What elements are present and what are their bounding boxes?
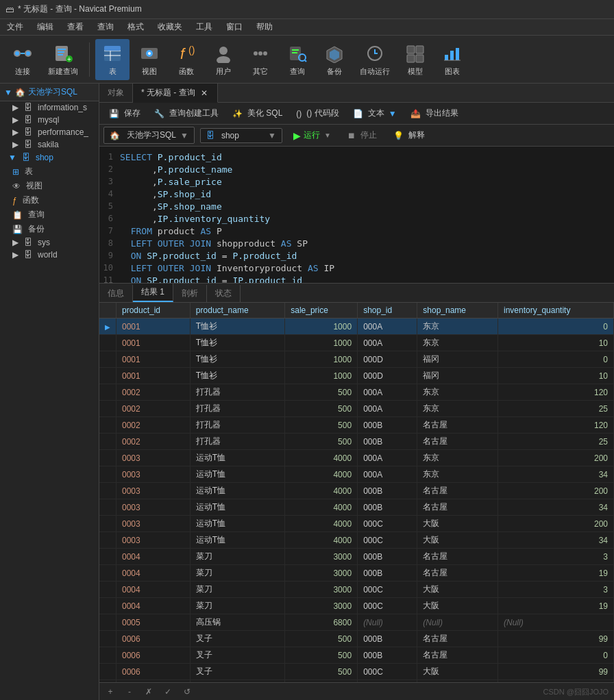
num-value: 200 xyxy=(594,519,608,529)
bottom-btn-0[interactable]: + xyxy=(103,685,117,699)
table-row[interactable]: 0003运动T恤4000000C大阪200 xyxy=(99,516,614,532)
sidebar-db-shop[interactable]: ▼🗄shop xyxy=(0,151,99,164)
run-button[interactable]: ▶运行▼ xyxy=(288,127,336,143)
cell-sale_price: 1000 xyxy=(285,318,358,335)
table-row[interactable]: 0006叉子500000C大阪99 xyxy=(99,664,614,680)
line-content-3: ,P.sale_price xyxy=(120,177,614,189)
toolbar-btn-模型[interactable]: 模型 xyxy=(398,39,432,80)
table-row[interactable]: 0006叉子500000B名古屋0 xyxy=(99,647,614,664)
sidebar-item-视图[interactable]: 👁视图 xyxy=(0,179,99,193)
toolbar-btn-用户[interactable]: 用户 xyxy=(206,39,241,80)
export-button[interactable]: 📤导出结果 xyxy=(405,105,464,121)
table-row[interactable]: 0002打孔器500000A东京120 xyxy=(99,384,614,401)
bottom-btn-4[interactable]: ↺ xyxy=(180,685,194,699)
menu-item-查看[interactable]: 查看 xyxy=(60,19,90,35)
menu-item-编辑[interactable]: 编辑 xyxy=(30,19,60,35)
toolbar-btn-新建查询[interactable]: +新建查询 xyxy=(42,39,84,80)
toolbar-btn-表[interactable]: 表 xyxy=(95,39,130,80)
table-row[interactable]: 0004菜刀3000000B名古屋19 xyxy=(99,565,614,582)
results-tab-剖析[interactable]: 剖析 xyxy=(173,285,207,302)
toolbar-icon-自动运行 xyxy=(364,42,386,64)
table-row[interactable]: 0001T恤衫1000000A东京10 xyxy=(99,335,614,351)
db-selector-1[interactable]: 🏠天池学习SQL▼ xyxy=(103,127,195,144)
toolbar-btn-图表[interactable]: 图表 xyxy=(435,39,469,80)
code-button[interactable]: ()() 代码段 xyxy=(291,105,344,121)
sidebar-db-sys[interactable]: ▶🗄sys xyxy=(0,236,99,249)
line-number-9: 9 xyxy=(99,251,120,263)
table-row[interactable]: 0003运动T恤4000000A东京34 xyxy=(99,466,614,483)
table-row[interactable]: 0005高压锅6800(Null)(Null)(Null) xyxy=(99,614,614,631)
cell-product_name: 打孔器 xyxy=(190,401,284,417)
toolbar-btn-视图[interactable]: 视图 xyxy=(132,39,167,80)
num-value: 10 xyxy=(599,338,608,348)
table-row[interactable]: 0004菜刀3000000C大阪3 xyxy=(99,582,614,598)
menu-item-格式[interactable]: 格式 xyxy=(121,19,151,35)
create-tool-button[interactable]: 🔧查询创建工具 xyxy=(149,105,224,121)
sidebar-item-函数[interactable]: ƒ函数 xyxy=(0,193,99,208)
sidebar-item-查询[interactable]: 📋查询 xyxy=(0,208,99,222)
cell-product_name: 菜刀 xyxy=(190,582,284,598)
toolbar-icon-函数: f() xyxy=(175,42,197,64)
table-row[interactable]: 0003运动T恤4000000C大阪34 xyxy=(99,532,614,549)
menu-item-工具[interactable]: 工具 xyxy=(189,19,219,35)
num-value: 34 xyxy=(599,470,608,479)
toolbar-btn-查询[interactable]: 查询 xyxy=(280,39,315,80)
bottom-btn-1[interactable]: - xyxy=(123,685,136,699)
db-selector-2[interactable]: 🗄shop▼ xyxy=(200,128,282,143)
stop-button[interactable]: ⏹停止 xyxy=(342,127,382,143)
table-row[interactable]: 0003运动T恤4000000B名古屋200 xyxy=(99,483,614,499)
results-tab-结果-1[interactable]: 结果 1 xyxy=(133,284,173,302)
sidebar-root[interactable]: ▼🏠天池学习SQL xyxy=(0,84,99,101)
explain-button[interactable]: 💡解释 xyxy=(388,127,430,143)
beautify-button[interactable]: ✨美化 SQL xyxy=(227,105,288,121)
toolbar-label-图表: 图表 xyxy=(445,66,460,77)
table-row[interactable]: 0006叉子500000B名古屋99 xyxy=(99,631,614,647)
menu-item-帮助[interactable]: 帮助 xyxy=(249,19,280,35)
menu-item-查询[interactable]: 查询 xyxy=(90,19,121,35)
sidebar-db-information_s[interactable]: ▶🗄information_s xyxy=(0,101,99,114)
toolbar-btn-自动运行[interactable]: 自动运行 xyxy=(354,39,395,80)
sidebar-db-performance_[interactable]: ▶🗄performance_ xyxy=(0,126,99,138)
sidebar-db-sakila[interactable]: ▶🗄sakila xyxy=(0,138,99,151)
tab-objects[interactable]: 对象 xyxy=(99,84,133,102)
data-table-wrap[interactable]: product_idproduct_namesale_priceshop_ids… xyxy=(99,303,614,682)
bottom-btn-3[interactable]: ✓ xyxy=(161,685,175,699)
text-button[interactable]: 📄文本▼ xyxy=(347,105,402,121)
num-value: 3000 xyxy=(333,568,352,578)
table-row[interactable]: 0001T恤衫1000000D福冈0 xyxy=(99,351,614,368)
table-row[interactable]: ▶0001T恤衫1000000A东京0 xyxy=(99,318,614,335)
sidebar-child-label: 表 xyxy=(25,166,33,177)
table-row[interactable]: 0002打孔器500000B名古屋120 xyxy=(99,417,614,434)
tab-close-btn[interactable]: ✕ xyxy=(199,88,209,98)
sidebar-db-mysql[interactable]: ▶🗄mysql xyxy=(0,114,99,126)
menu-item-文件[interactable]: 文件 xyxy=(0,19,30,35)
sidebar-item-表[interactable]: ⊞表 xyxy=(0,164,99,179)
table-row[interactable]: 0003运动T恤4000000A东京200 xyxy=(99,450,614,466)
table-row[interactable]: 0004菜刀3000000C大阪19 xyxy=(99,598,614,614)
sidebar-db-world[interactable]: ▶🗄world xyxy=(0,249,99,261)
save-button[interactable]: 💾保存 xyxy=(103,105,146,121)
row-indicator xyxy=(99,499,116,516)
cell-shop_name: 东京 xyxy=(417,384,498,401)
menu-item-收藏夹[interactable]: 收藏夹 xyxy=(151,19,189,35)
toolbar-btn-其它[interactable]: 其它 xyxy=(243,39,278,80)
bottom-btn-2[interactable]: ✗ xyxy=(142,685,156,699)
row-indicator xyxy=(99,335,116,351)
menu-item-窗口[interactable]: 窗口 xyxy=(219,19,249,35)
code-editor[interactable]: 1SELECT P.product_id2 ,P.product_name3 ,… xyxy=(99,147,614,284)
table-row[interactable]: 0004菜刀3000000B名古屋3 xyxy=(99,549,614,565)
table-row[interactable]: 0002打孔器500000A东京25 xyxy=(99,401,614,417)
toolbar-btn-连接[interactable]: 连接 xyxy=(5,39,40,80)
results-tab-状态[interactable]: 状态 xyxy=(207,285,241,302)
cell-sale_price: 4000 xyxy=(285,499,358,516)
table-row[interactable]: 0001T恤衫1000000D福冈10 xyxy=(99,368,614,384)
table-row[interactable]: 0002打孔器500000B名古屋25 xyxy=(99,434,614,450)
toolbar-btn-备份[interactable]: 备份 xyxy=(317,39,352,80)
cell-product_name: 菜刀 xyxy=(190,565,284,582)
table-row[interactable]: 0003运动T恤4000000B名古屋34 xyxy=(99,499,614,516)
results-tab-信息[interactable]: 信息 xyxy=(99,285,133,302)
tab-query[interactable]: * 无标题 - 查询✕ xyxy=(133,84,218,103)
toolbar-btn-函数[interactable]: f()函数 xyxy=(169,39,204,80)
num-value: 500 xyxy=(338,404,352,414)
sidebar-item-备份[interactable]: 💾备份 xyxy=(0,222,99,236)
